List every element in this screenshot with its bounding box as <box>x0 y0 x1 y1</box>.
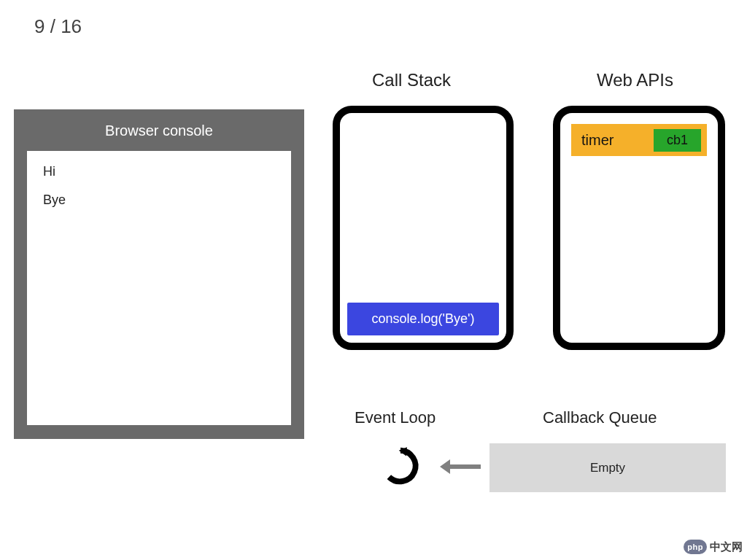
watermark: php 中文网 <box>684 540 743 554</box>
web-api-item: timer cb1 <box>571 124 707 156</box>
watermark-text: 中文网 <box>710 540 743 554</box>
callback-queue-box: Empty <box>489 443 726 492</box>
event-loop-icon <box>380 446 421 486</box>
callback-queue-status: Empty <box>590 461 625 475</box>
event-loop-title: Event Loop <box>355 408 436 427</box>
web-api-label: timer <box>581 132 614 149</box>
arrow-left-icon <box>440 463 481 470</box>
call-stack-title: Call Stack <box>372 70 451 90</box>
callback-queue-title: Callback Queue <box>543 408 657 427</box>
web-apis-box: timer cb1 <box>553 106 725 350</box>
step-counter: 9 / 16 <box>34 15 82 38</box>
console-line: Bye <box>43 192 275 208</box>
console-line: Hi <box>43 164 275 179</box>
php-badge-icon: php <box>684 540 707 554</box>
browser-console-title: Browser console <box>14 109 304 151</box>
web-api-callback: cb1 <box>654 129 701 152</box>
web-apis-title: Web APIs <box>597 70 673 90</box>
call-stack-box: console.log('Bye') <box>333 106 514 350</box>
stack-frame: console.log('Bye') <box>347 303 499 335</box>
browser-console-panel: Browser console Hi Bye <box>14 109 304 439</box>
browser-console-body: Hi Bye <box>27 151 291 425</box>
